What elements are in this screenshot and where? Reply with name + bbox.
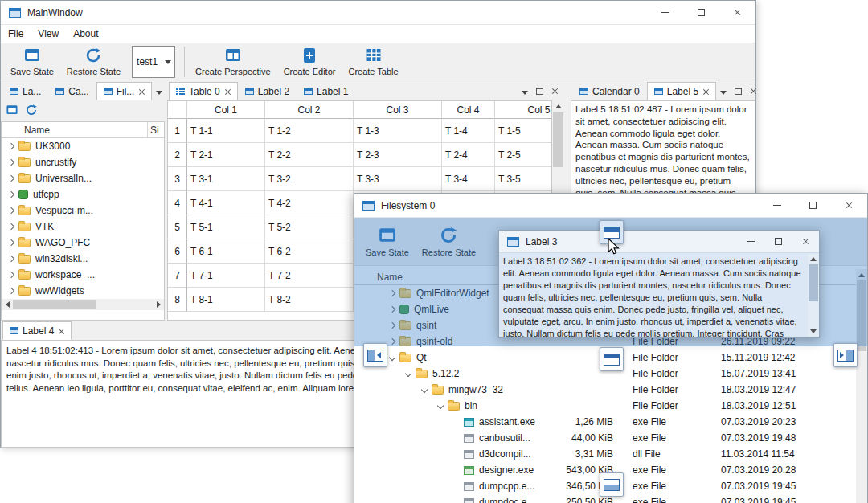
table-row-header[interactable]: 5 xyxy=(168,215,187,239)
close-button[interactable] xyxy=(792,231,819,252)
table-cell[interactable]: T 1-4 xyxy=(442,119,495,143)
minimize-button[interactable] xyxy=(647,1,683,24)
table-cell[interactable]: T 7-2 xyxy=(265,264,354,288)
main-titlebar[interactable]: MainWindow xyxy=(1,1,755,25)
scroll-up-button[interactable] xyxy=(808,254,819,264)
table-cell[interactable]: T 3-2 xyxy=(265,167,354,191)
table-cell[interactable]: T 8-2 xyxy=(265,288,354,312)
maximize-button[interactable] xyxy=(764,231,792,252)
label3-titlebar[interactable]: Label 3 xyxy=(499,231,819,253)
table-cell[interactable]: T 2-5 xyxy=(495,143,552,167)
table-cell[interactable]: T 5-2 xyxy=(265,215,354,239)
tab-label-2[interactable]: Label 2 xyxy=(238,82,297,100)
tab-label-dock[interactable]: La... xyxy=(2,82,48,100)
expand-icon[interactable] xyxy=(8,272,14,278)
expand-icon[interactable] xyxy=(437,403,444,409)
menu-item-view[interactable]: View xyxy=(31,25,66,43)
tab-label-1[interactable]: Label 1 xyxy=(297,82,355,100)
tab-label-4[interactable]: Label 4 xyxy=(2,321,72,340)
table-col-header[interactable]: Col 5 xyxy=(495,101,552,119)
tabs-menu-button[interactable] xyxy=(518,84,531,98)
tree-row[interactable]: mingw73_32File Folder18.03.2019 12:47 xyxy=(354,382,856,398)
table-cell[interactable]: T 8-1 xyxy=(187,288,265,312)
save-state-button[interactable] xyxy=(6,104,18,119)
tree-row[interactable]: d3dcompil...3,31 MiBdll File11.03.2014 1… xyxy=(354,446,856,462)
table-cell[interactable]: T 3-3 xyxy=(354,167,442,191)
close-dock-button[interactable] xyxy=(747,84,760,98)
create-editor-button[interactable]: Create Editor xyxy=(277,44,342,80)
table-cell[interactable]: T 2-2 xyxy=(265,143,354,167)
tree-row[interactable]: UK3000 xyxy=(2,138,164,154)
expand-icon[interactable] xyxy=(421,386,428,393)
expand-icon[interactable] xyxy=(8,207,14,214)
tree-row[interactable]: canbusutil...44,00 KiBexe File07.03.2019… xyxy=(354,430,856,446)
table-cell[interactable]: T 1-2 xyxy=(265,119,354,143)
vertical-scrollbar[interactable] xyxy=(808,254,819,337)
close-button[interactable] xyxy=(831,194,867,217)
table-cell[interactable]: T 4-1 xyxy=(187,191,265,215)
table-cell[interactable]: T 1-3 xyxy=(354,119,442,143)
scrollbar-thumb[interactable] xyxy=(13,300,96,309)
expand-icon[interactable] xyxy=(8,223,14,230)
tab-close-icon[interactable] xyxy=(138,88,145,95)
close-dock-button[interactable] xyxy=(548,84,562,98)
table-col-header[interactable]: Col 4 xyxy=(442,101,495,119)
restore-state-button[interactable]: Restore State xyxy=(60,44,127,80)
expand-icon[interactable] xyxy=(8,159,14,166)
dock-indicator-center[interactable] xyxy=(600,347,624,371)
tree-row[interactable]: workspace_... xyxy=(2,267,164,283)
expand-icon[interactable] xyxy=(8,239,14,246)
tree-row[interactable]: utfcpp xyxy=(2,186,164,202)
minimize-button[interactable] xyxy=(737,231,764,252)
scroll-right-button[interactable] xyxy=(153,299,164,310)
maximize-button[interactable] xyxy=(683,1,719,24)
tab-close-icon[interactable] xyxy=(224,88,231,95)
label3-window[interactable]: Label 3 Label 3 18:51:02:362 - Lorem ips… xyxy=(498,230,820,338)
table-row-header[interactable]: 1 xyxy=(168,119,187,143)
tree-row[interactable]: WAGO_PFC xyxy=(2,235,164,251)
tab-calendar-dock[interactable]: Ca... xyxy=(48,82,96,100)
table-cell[interactable]: T 5-1 xyxy=(187,215,265,239)
filesystem-titlebar[interactable]: Filesystem 0 xyxy=(354,194,867,218)
table-row-header[interactable]: 8 xyxy=(168,288,187,312)
save-state-button[interactable]: Save State xyxy=(4,44,60,80)
table-cell[interactable]: T 6-2 xyxy=(265,239,354,264)
menu-item-file[interactable]: File xyxy=(1,25,31,43)
table-col-header[interactable]: Col 2 xyxy=(265,101,354,119)
table-row-header[interactable]: 2 xyxy=(168,143,187,167)
dock-indicator-right[interactable] xyxy=(833,343,858,367)
tabs-menu-button[interactable] xyxy=(152,84,166,98)
table-row-header[interactable]: 6 xyxy=(168,239,187,264)
expand-icon[interactable] xyxy=(8,191,14,198)
tab-close-icon[interactable] xyxy=(702,88,709,95)
scrollbar-thumb[interactable] xyxy=(809,264,818,301)
tab-filesystem-dock[interactable]: Fil... xyxy=(96,82,153,100)
expand-icon[interactable] xyxy=(389,354,395,361)
expand-icon[interactable] xyxy=(405,370,411,377)
table-row-header[interactable]: 7 xyxy=(168,264,187,288)
dock-indicator-bottom[interactable] xyxy=(600,472,624,497)
tab-label-5[interactable]: Label 5 xyxy=(647,82,716,100)
table-cell[interactable]: T 2-4 xyxy=(442,143,495,167)
table-col-header[interactable]: Col 1 xyxy=(187,101,265,119)
table-cell[interactable]: T 4-2 xyxy=(265,191,354,215)
tree-row[interactable]: wwWidgets xyxy=(2,283,164,299)
scroll-left-button[interactable] xyxy=(2,299,13,310)
tree-row[interactable]: VTK xyxy=(2,219,164,235)
tree-row[interactable]: uncrustify xyxy=(2,154,164,170)
table-col-header[interactable]: Col 3 xyxy=(354,101,442,119)
scroll-down-button[interactable] xyxy=(808,326,819,337)
undock-button[interactable] xyxy=(731,84,745,98)
tree-row[interactable]: Vespucci-m... xyxy=(2,202,164,219)
table-cell[interactable]: T 2-3 xyxy=(354,143,442,167)
table-cell[interactable]: T 1-1 xyxy=(187,119,265,143)
expand-icon[interactable] xyxy=(8,175,14,182)
scrollbar-thumb[interactable] xyxy=(553,112,563,167)
table-row-header[interactable]: 3 xyxy=(168,167,187,191)
tab-close-icon[interactable] xyxy=(58,328,64,334)
tab-table-0[interactable]: Table 0 xyxy=(169,82,238,100)
dock-indicator-left[interactable] xyxy=(363,343,387,367)
tree-row[interactable]: assistant.exe1,26 MiBexe File07.03.2019 … xyxy=(354,414,856,430)
create-perspective-button[interactable]: Create Perspective xyxy=(189,44,277,80)
tree-header-name[interactable]: Name xyxy=(2,125,50,136)
